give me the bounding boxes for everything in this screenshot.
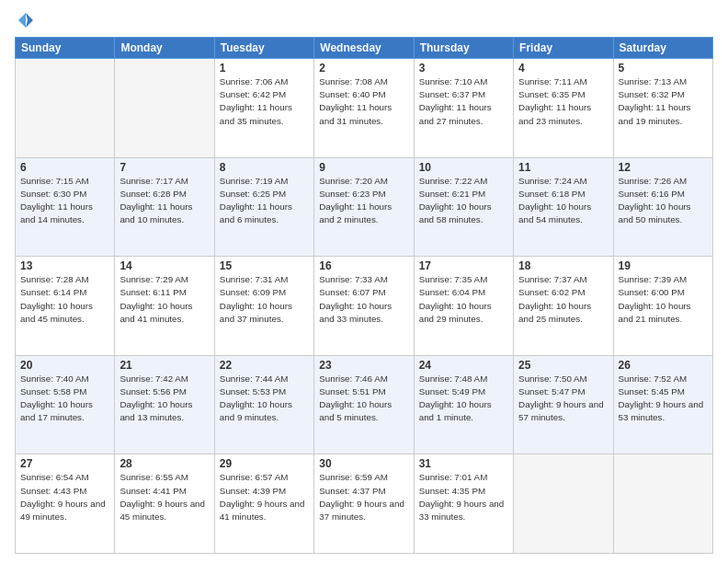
day-number: 6 — [20, 161, 109, 174]
calendar-cell: 28Sunrise: 6:55 AM Sunset: 4:41 PM Dayli… — [115, 454, 214, 554]
day-number: 16 — [319, 259, 408, 272]
calendar-cell — [514, 454, 613, 554]
day-number: 15 — [220, 259, 309, 272]
calendar-table: SundayMondayTuesdayWednesdayThursdayFrid… — [15, 37, 713, 554]
calendar-cell: 4Sunrise: 7:11 AM Sunset: 6:35 PM Daylig… — [514, 59, 613, 158]
day-number: 25 — [518, 359, 608, 372]
day-number: 9 — [319, 161, 408, 174]
day-number: 17 — [419, 259, 508, 272]
day-number: 11 — [518, 161, 608, 174]
calendar-cell: 24Sunrise: 7:48 AM Sunset: 5:49 PM Dayli… — [414, 355, 513, 454]
day-info: Sunrise: 7:44 AM Sunset: 5:53 PM Dayligh… — [220, 373, 309, 425]
day-number: 27 — [20, 457, 109, 470]
calendar-week-row: 13Sunrise: 7:28 AM Sunset: 6:14 PM Dayli… — [16, 257, 713, 356]
day-info: Sunrise: 7:11 AM Sunset: 6:35 PM Dayligh… — [518, 75, 608, 128]
day-info: Sunrise: 6:54 AM Sunset: 4:43 PM Dayligh… — [20, 471, 109, 523]
calendar-cell: 5Sunrise: 7:13 AM Sunset: 6:32 PM Daylig… — [613, 59, 712, 158]
day-info: Sunrise: 7:01 AM Sunset: 4:35 PM Dayligh… — [419, 471, 508, 523]
day-number: 29 — [220, 457, 309, 470]
day-info: Sunrise: 7:19 AM Sunset: 6:25 PM Dayligh… — [220, 175, 309, 227]
calendar-cell: 9Sunrise: 7:20 AM Sunset: 6:23 PM Daylig… — [314, 157, 414, 257]
day-info: Sunrise: 7:48 AM Sunset: 5:49 PM Dayligh… — [419, 373, 508, 425]
calendar-cell: 12Sunrise: 7:26 AM Sunset: 6:16 PM Dayli… — [613, 157, 712, 257]
day-info: Sunrise: 7:24 AM Sunset: 6:18 PM Dayligh… — [518, 175, 608, 227]
day-info: Sunrise: 7:22 AM Sunset: 6:21 PM Dayligh… — [419, 175, 508, 227]
page: SundayMondayTuesdayWednesdayThursdayFrid… — [0, 0, 728, 563]
day-info: Sunrise: 7:42 AM Sunset: 5:56 PM Dayligh… — [119, 373, 209, 425]
calendar-cell — [16, 59, 115, 158]
day-number: 7 — [119, 161, 209, 174]
day-number: 28 — [119, 457, 209, 470]
calendar-cell: 19Sunrise: 7:39 AM Sunset: 6:00 PM Dayli… — [613, 257, 712, 356]
calendar-header-row: SundayMondayTuesdayWednesdayThursdayFrid… — [16, 38, 713, 59]
calendar-cell: 6Sunrise: 7:15 AM Sunset: 6:30 PM Daylig… — [16, 157, 115, 257]
calendar-cell: 11Sunrise: 7:24 AM Sunset: 6:18 PM Dayli… — [514, 157, 613, 257]
day-info: Sunrise: 6:55 AM Sunset: 4:41 PM Dayligh… — [119, 471, 209, 523]
day-info: Sunrise: 7:31 AM Sunset: 6:09 PM Dayligh… — [220, 273, 309, 326]
calendar-cell: 8Sunrise: 7:19 AM Sunset: 6:25 PM Daylig… — [214, 157, 313, 257]
calendar-cell: 20Sunrise: 7:40 AM Sunset: 5:58 PM Dayli… — [16, 355, 115, 454]
day-info: Sunrise: 7:06 AM Sunset: 6:42 PM Dayligh… — [220, 75, 309, 128]
day-number: 31 — [419, 457, 508, 470]
day-info: Sunrise: 7:33 AM Sunset: 6:07 PM Dayligh… — [319, 273, 408, 326]
day-info: Sunrise: 7:17 AM Sunset: 6:28 PM Dayligh… — [119, 175, 209, 227]
calendar-cell: 21Sunrise: 7:42 AM Sunset: 5:56 PM Dayli… — [115, 355, 214, 454]
day-info: Sunrise: 6:57 AM Sunset: 4:39 PM Dayligh… — [220, 471, 309, 523]
calendar-cell: 3Sunrise: 7:10 AM Sunset: 6:37 PM Daylig… — [414, 59, 513, 158]
weekday-header-thursday: Thursday — [414, 38, 513, 59]
day-info: Sunrise: 7:39 AM Sunset: 6:00 PM Dayligh… — [619, 273, 708, 326]
calendar-cell — [613, 454, 712, 554]
day-number: 12 — [619, 161, 708, 174]
weekday-header-sunday: Sunday — [16, 38, 115, 59]
day-info: Sunrise: 7:08 AM Sunset: 6:40 PM Dayligh… — [319, 75, 408, 128]
day-number: 20 — [20, 359, 109, 372]
weekday-header-wednesday: Wednesday — [314, 38, 414, 59]
calendar-cell: 30Sunrise: 6:59 AM Sunset: 4:37 PM Dayli… — [314, 454, 414, 554]
calendar-cell: 7Sunrise: 7:17 AM Sunset: 6:28 PM Daylig… — [115, 157, 214, 257]
day-number: 30 — [319, 457, 408, 470]
day-info: Sunrise: 7:52 AM Sunset: 5:45 PM Dayligh… — [619, 373, 708, 425]
calendar-week-row: 27Sunrise: 6:54 AM Sunset: 4:43 PM Dayli… — [16, 454, 713, 554]
day-number: 1 — [220, 62, 309, 75]
day-info: Sunrise: 7:46 AM Sunset: 5:51 PM Dayligh… — [319, 373, 408, 425]
calendar-week-row: 1Sunrise: 7:06 AM Sunset: 6:42 PM Daylig… — [16, 59, 713, 158]
day-number: 8 — [220, 161, 309, 174]
calendar-cell: 15Sunrise: 7:31 AM Sunset: 6:09 PM Dayli… — [214, 257, 313, 356]
weekday-header-tuesday: Tuesday — [214, 38, 313, 59]
calendar-cell: 18Sunrise: 7:37 AM Sunset: 6:02 PM Dayli… — [514, 257, 613, 356]
day-info: Sunrise: 7:28 AM Sunset: 6:14 PM Dayligh… — [20, 273, 109, 326]
day-number: 22 — [220, 359, 309, 372]
day-number: 3 — [419, 62, 508, 75]
day-info: Sunrise: 7:29 AM Sunset: 6:11 PM Dayligh… — [119, 273, 209, 326]
calendar-cell: 26Sunrise: 7:52 AM Sunset: 5:45 PM Dayli… — [613, 355, 712, 454]
calendar-cell: 25Sunrise: 7:50 AM Sunset: 5:47 PM Dayli… — [514, 355, 613, 454]
logo-icon — [17, 11, 35, 29]
day-number: 5 — [619, 62, 708, 75]
day-info: Sunrise: 7:20 AM Sunset: 6:23 PM Dayligh… — [319, 175, 408, 227]
day-number: 23 — [319, 359, 408, 372]
day-number: 4 — [518, 62, 608, 75]
day-info: Sunrise: 6:59 AM Sunset: 4:37 PM Dayligh… — [319, 471, 408, 523]
day-info: Sunrise: 7:37 AM Sunset: 6:02 PM Dayligh… — [518, 273, 608, 326]
svg-marker-0 — [26, 13, 33, 28]
header — [15, 11, 713, 29]
day-number: 18 — [518, 259, 608, 272]
calendar-cell: 23Sunrise: 7:46 AM Sunset: 5:51 PM Dayli… — [314, 355, 414, 454]
day-number: 13 — [20, 259, 109, 272]
svg-marker-1 — [18, 13, 26, 28]
calendar-cell: 27Sunrise: 6:54 AM Sunset: 4:43 PM Dayli… — [16, 454, 115, 554]
day-info: Sunrise: 7:13 AM Sunset: 6:32 PM Dayligh… — [619, 75, 708, 128]
weekday-header-monday: Monday — [115, 38, 214, 59]
day-info: Sunrise: 7:40 AM Sunset: 5:58 PM Dayligh… — [20, 373, 109, 425]
weekday-header-saturday: Saturday — [613, 38, 712, 59]
calendar-cell: 29Sunrise: 6:57 AM Sunset: 4:39 PM Dayli… — [214, 454, 313, 554]
weekday-header-friday: Friday — [514, 38, 613, 59]
day-number: 2 — [319, 62, 408, 75]
calendar-week-row: 20Sunrise: 7:40 AM Sunset: 5:58 PM Dayli… — [16, 355, 713, 454]
day-number: 14 — [119, 259, 209, 272]
calendar-cell: 14Sunrise: 7:29 AM Sunset: 6:11 PM Dayli… — [115, 257, 214, 356]
calendar-cell: 17Sunrise: 7:35 AM Sunset: 6:04 PM Dayli… — [414, 257, 513, 356]
calendar-cell: 10Sunrise: 7:22 AM Sunset: 6:21 PM Dayli… — [414, 157, 513, 257]
calendar-cell: 2Sunrise: 7:08 AM Sunset: 6:40 PM Daylig… — [314, 59, 414, 158]
calendar-cell: 1Sunrise: 7:06 AM Sunset: 6:42 PM Daylig… — [214, 59, 313, 158]
